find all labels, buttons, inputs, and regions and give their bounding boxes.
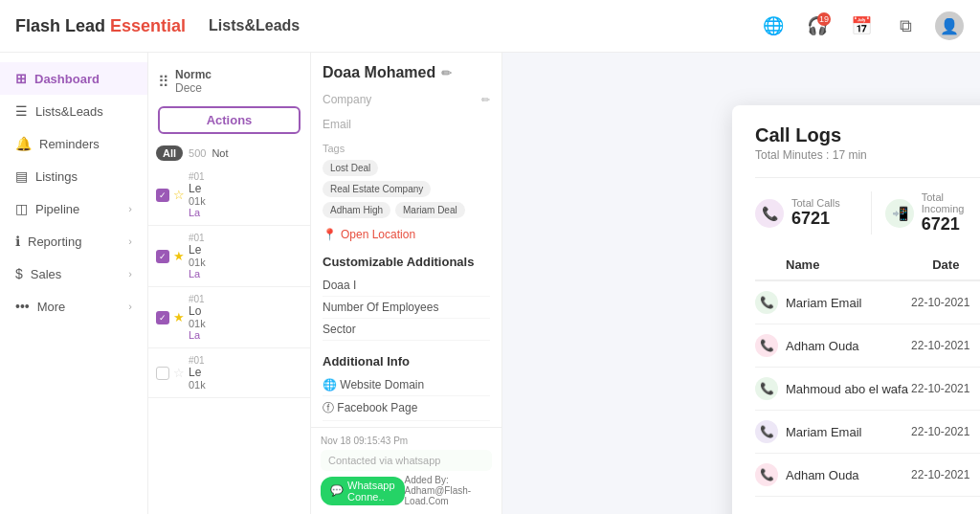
open-location-link[interactable]: 📍 Open Location: [323, 228, 490, 241]
added-by-text: Added By: Adham@Flash-Load.Com: [405, 475, 492, 506]
modal-title: Call Logs: [755, 124, 867, 146]
sidebar-label-lists: Lists&Leads: [35, 104, 103, 119]
call-date-2: 22-10-2021: [911, 339, 980, 352]
chevron-right-icon-2: ›: [128, 235, 132, 247]
call-date-3: 22-10-2021: [911, 382, 980, 395]
total-calls-label: Total Calls: [791, 197, 840, 209]
sidebar-item-lists[interactable]: ☰ Lists&Leads: [0, 95, 147, 127]
sidebar-item-more[interactable]: ••• More ›: [0, 290, 147, 323]
globe-icon[interactable]: 🌐: [758, 11, 789, 41]
modal-header: Call Logs Total Minutes : 17 min ×: [755, 124, 980, 162]
tag-real-estate: Real Estate Company: [323, 181, 431, 197]
whatsapp-button[interactable]: 💬 Whatsapp Conne..: [321, 477, 405, 505]
call-name-4: 📞 Mariam Email: [755, 420, 911, 443]
detail-area: Doaa Mohamed ✏ Company ✏ Email Tags: [311, 53, 980, 514]
tab-all[interactable]: All: [156, 145, 183, 161]
sidebar-item-reporting[interactable]: ℹ Reporting ›: [0, 225, 147, 257]
checkbox-4[interactable]: [156, 367, 169, 380]
stats-row: 📞 Total Calls 6721 📲 Total Incoming 6721…: [755, 177, 980, 235]
whatsapp-row: Contacted via whatsapp: [321, 450, 492, 471]
lists-icon: ☰: [15, 103, 28, 119]
headphone-icon[interactable]: 🎧 19: [802, 11, 833, 41]
call-name-2: 📞 Adham Ouda: [755, 334, 911, 357]
logo-accent: Essential: [110, 16, 186, 35]
modal-title-group: Call Logs Total Minutes : 17 min: [755, 124, 867, 162]
edit-name-icon[interactable]: ✏: [441, 66, 452, 80]
contact-name: Doaa Mohamed ✏: [323, 64, 490, 81]
sidebar-item-dashboard[interactable]: ⊞ Dashboard: [0, 62, 147, 95]
tag-lost-deal: Lost Deal: [323, 160, 378, 176]
header-title: Lists&Leads: [209, 17, 758, 34]
modal-subtitle: Total Minutes : 17 min: [755, 148, 867, 162]
stat-total-incoming: 📲 Total Incoming 6721: [872, 191, 980, 235]
tags-row: Lost Deal Real Estate Company Adham High…: [323, 160, 490, 218]
star-icon-3[interactable]: ★: [173, 310, 185, 324]
chevron-right-icon: ›: [128, 203, 132, 214]
call-log-row-1: 📞 Mariam Email 22-10-2021 Incoming 00:15…: [755, 281, 980, 324]
list-item[interactable]: ☆ #01 Le 01k: [148, 348, 310, 398]
tab-count: 500: [189, 147, 206, 159]
sidebar: ⊞ Dashboard ☰ Lists&Leads 🔔 Reminders ▤ …: [0, 53, 148, 514]
additional-field-2: ⓕ Facebook Page: [323, 396, 490, 421]
star-icon-1[interactable]: ☆: [173, 188, 185, 202]
sidebar-label-reminders: Reminders: [39, 137, 100, 151]
tag-adham-high: Adham High: [323, 202, 390, 218]
call-date-4: 22-10-2021: [911, 425, 980, 438]
list-item[interactable]: ✓ ★ #01 Le 01k La: [148, 226, 310, 287]
list-item[interactable]: ✓ ☆ #01 Le 01k La: [148, 165, 310, 226]
custom-field-1: Doaa I: [323, 275, 490, 297]
star-icon-4[interactable]: ☆: [173, 366, 185, 380]
row-info-3: #01 Lo 01k La: [189, 294, 302, 341]
incoming-call-icon-2: 📞: [755, 377, 778, 400]
reminders-icon: 🔔: [15, 136, 32, 151]
call-log-row-5: 📞 Adham Ouda 22-10-2021 Missed call 00:1…: [755, 454, 980, 497]
whatsapp-icon: 💬: [330, 484, 344, 497]
sidebar-label-pipeline: Pipeline: [35, 202, 79, 216]
checkbox-2[interactable]: ✓: [156, 250, 169, 263]
actions-button[interactable]: Actions: [158, 106, 301, 134]
incoming-calls-label: Total Incoming: [922, 191, 980, 214]
copy-icon[interactable]: ⧉: [890, 11, 921, 41]
calendar-icon[interactable]: 📅: [846, 11, 877, 41]
call-logs-modal: Call Logs Total Minutes : 17 min × 📞 Tot…: [732, 105, 980, 514]
dashboard-icon: ⊞: [15, 71, 27, 86]
sidebar-item-reminders[interactable]: 🔔 Reminders: [0, 127, 147, 160]
customizable-title: Customizable Additionals: [323, 255, 490, 269]
edit-company-icon[interactable]: ✏: [481, 94, 490, 106]
incoming-calls-value: 6721: [922, 214, 980, 235]
checkbox-3[interactable]: ✓: [156, 311, 169, 324]
row-info-4: #01 Le 01k: [189, 355, 302, 391]
missed-call-icon-1: 📞: [755, 334, 778, 357]
lists-panel: ⠿ Normc Dece Actions All 500 Not ✓ ☆ #01…: [148, 53, 311, 514]
location-pin-icon: 📍: [323, 228, 337, 241]
call-log-row-2: 📞 Adham Ouda 22-10-2021 Missed call 00:1…: [755, 324, 980, 368]
email-field: Email: [323, 118, 490, 131]
list-item[interactable]: ✓ ★ #01 Lo 01k La: [148, 287, 310, 348]
custom-field-3: Sector: [323, 319, 490, 341]
sidebar-label-listings: Listings: [35, 169, 78, 184]
tab-not[interactable]: Not: [212, 147, 228, 159]
user-avatar[interactable]: 👤: [934, 11, 965, 41]
sidebar-item-sales[interactable]: $ Sales ›: [0, 257, 147, 290]
sidebar-label-reporting: Reporting: [28, 235, 81, 249]
incoming-calls-icon: 📲: [885, 199, 914, 228]
lists-header: ⠿ Normc Dece: [148, 60, 310, 102]
grid-icon: ⠿: [158, 73, 169, 91]
chevron-right-icon-4: ›: [128, 301, 132, 312]
star-icon-2[interactable]: ★: [173, 249, 185, 263]
missed-call-icon-2: 📞: [755, 463, 778, 486]
stat-total-calls: 📞 Total Calls 6721: [755, 191, 872, 235]
call-name-5: 📞 Adham Ouda: [755, 463, 911, 486]
company-field: Company ✏: [323, 93, 490, 106]
tag-mariam-deal: Mariam Deal: [395, 202, 465, 218]
row-info-2: #01 Le 01k La: [189, 233, 302, 279]
call-name-3: 📞 Mahmoud abo el wafa: [755, 377, 911, 400]
pipeline-icon: ◫: [15, 201, 28, 216]
sidebar-item-pipeline[interactable]: ◫ Pipeline ›: [0, 192, 147, 225]
lists-panel-title: Normc Dece: [175, 68, 212, 95]
checkbox-1[interactable]: ✓: [156, 189, 169, 202]
more-icon: •••: [15, 299, 30, 314]
facebook-icon: ⓕ: [323, 401, 334, 414]
header-actions: 🌐 🎧 19 📅 ⧉ 👤: [758, 11, 965, 41]
sidebar-item-listings[interactable]: ▤ Listings: [0, 160, 147, 192]
